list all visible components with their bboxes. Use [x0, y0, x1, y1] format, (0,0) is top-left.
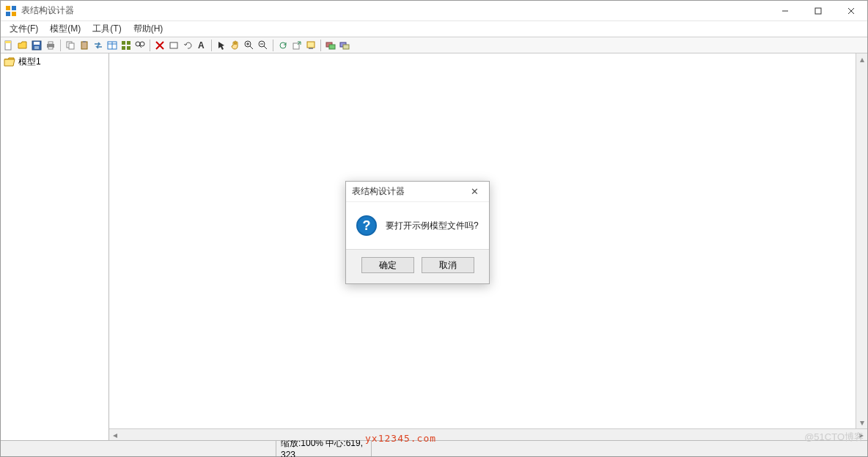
dialog-overlay: 表结构设计器 ✕ ? 要打开示例模型文件吗? 确定 取消 [0, 0, 868, 457]
dialog-body: ? 要打开示例模型文件吗? [346, 202, 489, 249]
confirm-dialog: 表结构设计器 ✕ ? 要打开示例模型文件吗? 确定 取消 [345, 181, 490, 284]
question-icon: ? [356, 215, 377, 236]
ok-button[interactable]: 确定 [361, 257, 414, 273]
watermark-text: yx12345.com [365, 433, 436, 444]
dialog-message: 要打开示例模型文件吗? [386, 220, 479, 232]
watermark-text: @51CTO博客 [804, 431, 864, 444]
cancel-button[interactable]: 取消 [422, 257, 474, 273]
dialog-buttons: 确定 取消 [346, 249, 489, 283]
dialog-titlebar: 表结构设计器 ✕ [346, 182, 489, 202]
dialog-title-text: 表结构设计器 [352, 185, 405, 198]
dialog-close-button[interactable]: ✕ [466, 186, 483, 197]
